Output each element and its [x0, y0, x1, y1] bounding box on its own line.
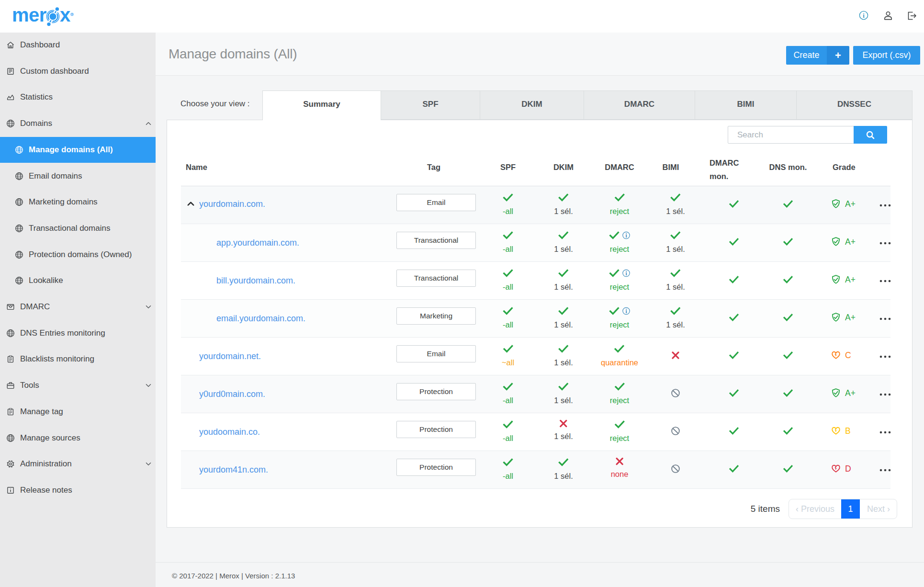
svg-text:x: x [60, 4, 70, 25]
svg-text:i: i [863, 12, 865, 19]
svg-text:i: i [625, 271, 627, 276]
svg-text:mer: mer [12, 4, 46, 25]
svg-text:i: i [625, 232, 627, 238]
svg-text:i: i [625, 308, 627, 314]
